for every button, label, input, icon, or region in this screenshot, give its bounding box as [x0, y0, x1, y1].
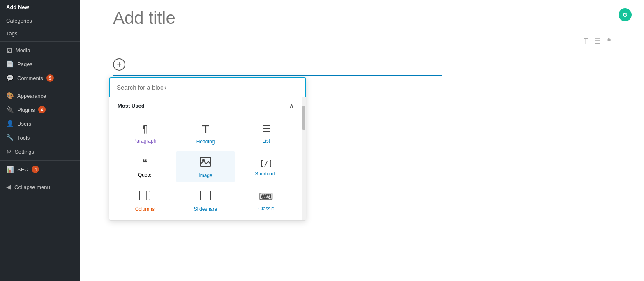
heading-block-icon: T — [202, 122, 209, 136]
editor-content: + Most Used ∧ ¶ Paragraph — [80, 50, 644, 281]
slideshare-block-icon — [200, 191, 211, 203]
block-search-input[interactable] — [109, 77, 306, 97]
editor-main: G T ☰ ❝ + Most Used ∧ — [80, 0, 644, 281]
block-item-columns[interactable]: Columns — [115, 184, 174, 216]
sidebar-item-tags[interactable]: Tags — [0, 27, 80, 40]
sidebar-item-media[interactable]: 🖼 Media — [0, 44, 80, 57]
comments-icon: 💬 — [6, 74, 14, 82]
editor-toolbar: T ☰ ❝ — [80, 32, 644, 50]
plugins-badge: 4 — [38, 106, 46, 113]
sidebar-item-label: Media — [16, 47, 30, 53]
svg-rect-2 — [139, 191, 150, 200]
media-icon: 🖼 — [6, 47, 12, 54]
block-item-slideshare[interactable]: Slideshare — [176, 184, 235, 216]
sidebar-item-settings[interactable]: ⚙ Settings — [0, 145, 80, 159]
block-item-image[interactable]: Image — [176, 151, 235, 182]
image-block-label: Image — [199, 173, 212, 178]
sidebar-item-users[interactable]: 👤 Users — [0, 117, 80, 131]
most-used-label: Most Used — [118, 103, 145, 109]
sidebar-item-label: Users — [17, 121, 31, 127]
page-title-input[interactable] — [113, 8, 611, 28]
sidebar-item-label: Appearance — [17, 93, 46, 99]
sidebar-item-label: Settings — [15, 149, 34, 155]
sidebar-item-label: Comments — [17, 75, 43, 81]
sidebar-item-label: Tags — [6, 30, 17, 37]
slideshare-block-label: Slideshare — [194, 206, 217, 212]
sidebar-item-appearance[interactable]: 🎨 Appearance — [0, 89, 80, 103]
shortcode-block-label: Shortcode — [255, 171, 277, 177]
sidebar-item-tools[interactable]: 🔧 Tools — [0, 131, 80, 145]
sidebar-item-label: Pages — [17, 61, 32, 67]
seo-icon: 📊 — [6, 166, 14, 173]
classic-block-label: Classic — [258, 206, 274, 212]
collapse-icon: ◀ — [6, 183, 11, 191]
list-block-label: List — [262, 138, 270, 144]
blocks-grid: ¶ Paragraph T Heading ☰ List — [109, 112, 302, 220]
paragraph-format-icon[interactable]: T — [584, 37, 588, 46]
classic-block-icon: ⌨ — [259, 191, 273, 203]
chevron-up-icon[interactable]: ∧ — [289, 102, 293, 109]
quote-block-icon: ❝ — [142, 157, 148, 169]
plugins-icon: 🔌 — [6, 106, 14, 113]
svg-rect-5 — [200, 191, 211, 200]
block-item-classic[interactable]: ⌨ Classic — [237, 184, 295, 216]
sidebar-item-label: SEO — [17, 166, 28, 173]
comments-badge: 9 — [46, 74, 54, 82]
sidebar-collapse-menu[interactable]: ◀ Collapse menu — [0, 180, 80, 194]
shortcode-block-icon: [/] — [259, 159, 273, 168]
sidebar-item-label: Collapse menu — [14, 184, 50, 190]
sidebar-item-label: Tools — [17, 135, 30, 141]
sidebar-add-new[interactable]: Add New — [0, 0, 80, 14]
block-item-shortcode[interactable]: [/] Shortcode — [237, 151, 295, 182]
title-area — [80, 0, 644, 32]
pages-icon: 📄 — [6, 60, 14, 68]
sidebar-item-plugins[interactable]: 🔌 Plugins 4 — [0, 103, 80, 117]
columns-block-label: Columns — [135, 206, 155, 212]
list-block-icon: ☰ — [262, 123, 271, 135]
block-picker-scrollbar — [302, 97, 306, 220]
sidebar-item-seo[interactable]: 📊 SEO 4 — [0, 162, 80, 176]
sidebar-item-label: Categories — [6, 18, 32, 24]
quote-block-label: Quote — [138, 172, 152, 178]
grammarly-icon: G — [619, 8, 632, 21]
sidebar-item-pages[interactable]: 📄 Pages — [0, 57, 80, 71]
block-picker-scroll[interactable]: Most Used ∧ ¶ Paragraph T Heading — [109, 97, 302, 220]
columns-block-icon — [139, 191, 150, 203]
sidebar-item-categories[interactable]: Categories — [0, 14, 80, 27]
block-picker-body: Most Used ∧ ¶ Paragraph T Heading — [109, 97, 306, 220]
list-format-icon[interactable]: ☰ — [594, 37, 601, 46]
heading-block-label: Heading — [196, 139, 215, 145]
users-icon: 👤 — [6, 120, 14, 127]
image-block-icon — [200, 157, 211, 169]
block-item-list[interactable]: ☰ List — [237, 116, 295, 149]
block-item-quote[interactable]: ❝ Quote — [115, 151, 174, 182]
most-used-header: Most Used ∧ — [109, 97, 302, 112]
paragraph-block-icon: ¶ — [142, 123, 148, 135]
paragraph-block-label: Paragraph — [133, 138, 156, 144]
appearance-icon: 🎨 — [6, 92, 14, 99]
block-item-heading[interactable]: T Heading — [176, 116, 235, 149]
block-inserter-button[interactable]: + — [113, 58, 125, 71]
sidebar-item-label: Plugins — [17, 107, 35, 113]
scrollbar-thumb[interactable] — [302, 106, 305, 130]
sidebar: Add New Categories Tags 🖼 Media 📄 Pages … — [0, 0, 80, 281]
block-item-paragraph[interactable]: ¶ Paragraph — [115, 116, 174, 149]
tools-icon: 🔧 — [6, 134, 14, 141]
paragraph-line — [113, 75, 442, 76]
quote-format-icon[interactable]: ❝ — [607, 37, 611, 46]
seo-badge: 4 — [32, 166, 39, 173]
settings-icon: ⚙ — [6, 148, 12, 155]
sidebar-item-comments[interactable]: 💬 Comments 9 — [0, 71, 80, 85]
block-picker-popup: Most Used ∧ ¶ Paragraph T Heading — [109, 77, 306, 221]
